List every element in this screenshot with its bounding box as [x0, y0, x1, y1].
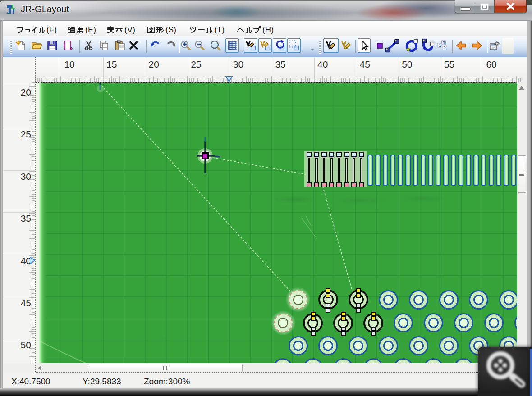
svg-text:1: 1	[439, 43, 441, 48]
svg-text:2: 2	[443, 46, 445, 50]
svg-text:3: 3	[442, 41, 445, 45]
